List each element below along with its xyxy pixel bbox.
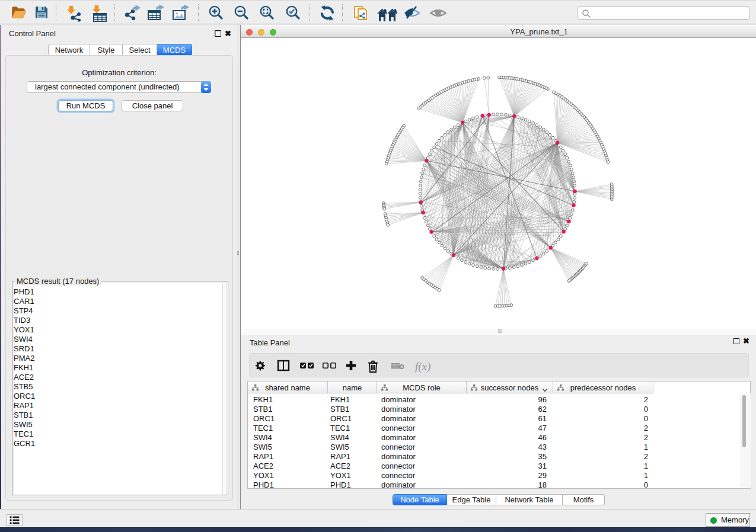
svg-text:f(x): f(x) (415, 360, 430, 373)
